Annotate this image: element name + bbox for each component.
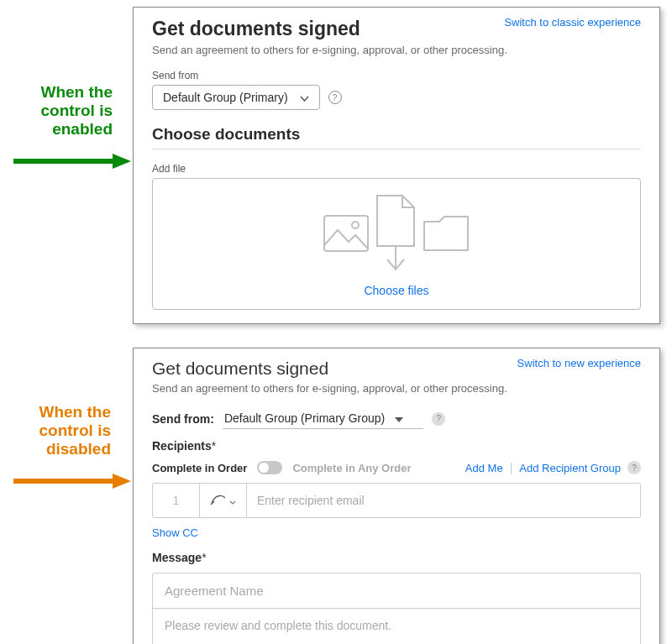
agreement-name-input[interactable]: Agreement Name: [153, 573, 640, 609]
help-icon[interactable]: ?: [328, 91, 342, 104]
recipient-order-number: 1: [153, 484, 200, 517]
choose-documents-heading: Choose documents: [152, 125, 641, 144]
complete-in-order-label: Complete in Order: [152, 462, 247, 474]
recipient-email-input[interactable]: [247, 484, 640, 517]
recipient-row: 1: [152, 483, 641, 518]
pen-icon: [210, 493, 227, 509]
order-toggle[interactable]: [257, 461, 282, 474]
help-icon[interactable]: ?: [627, 461, 641, 474]
page-subtitle: Send an agreement to others for e-signin…: [152, 44, 641, 56]
divider: |: [510, 461, 513, 474]
svg-marker-3: [113, 474, 131, 489]
choose-files-link[interactable]: Choose files: [364, 284, 428, 297]
panel-enabled: Switch to classic experience Get documen…: [133, 7, 660, 324]
switch-to-new-link[interactable]: Switch to new experience: [517, 357, 641, 369]
file-dropzone[interactable]: Choose files: [152, 178, 641, 310]
annotation-disabled: When the control is disabled: [7, 403, 111, 458]
caret-down-icon: [395, 411, 403, 425]
svg-point-5: [352, 222, 359, 228]
recipient-role-select[interactable]: [200, 484, 247, 517]
send-from-select[interactable]: Default Group (Primary Group): [223, 408, 423, 429]
message-heading: Message: [152, 551, 202, 564]
file-download-icon: [374, 194, 417, 275]
send-from-value: Default Group (Primary): [163, 91, 288, 104]
image-icon: [323, 215, 369, 254]
switch-to-classic-link[interactable]: Switch to classic experience: [504, 16, 641, 29]
send-from-label: Send from:: [152, 412, 214, 426]
svg-marker-1: [113, 154, 131, 169]
svg-marker-7: [395, 417, 403, 422]
folder-icon: [423, 215, 470, 254]
page-subtitle: Send an agreement to others for e-signin…: [152, 382, 641, 395]
recipients-heading: Recipients: [152, 439, 212, 453]
agreement-message-textarea[interactable]: [153, 609, 640, 644]
chevron-down-icon: [229, 494, 236, 507]
panel-disabled: Switch to new experience Get documents s…: [133, 348, 660, 644]
help-icon[interactable]: ?: [432, 412, 445, 426]
chevron-down-icon: [300, 91, 309, 104]
complete-any-order-label: Complete in Any Order: [292, 462, 411, 474]
add-recipient-group-link[interactable]: Add Recipient Group: [519, 462, 621, 474]
show-cc-link[interactable]: Show CC: [152, 526, 198, 539]
send-from-select[interactable]: Default Group (Primary): [152, 85, 320, 110]
send-from-label: Send from: [152, 70, 641, 81]
add-me-link[interactable]: Add Me: [465, 462, 503, 474]
arrow-disabled-icon: [13, 474, 131, 491]
divider: [152, 149, 641, 149]
send-from-value: Default Group (Primary Group): [224, 411, 385, 425]
annotation-enabled: When the control is enabled: [10, 83, 113, 139]
add-file-label: Add file: [152, 163, 641, 175]
svg-rect-4: [324, 216, 368, 251]
arrow-enabled-icon: [13, 154, 131, 171]
